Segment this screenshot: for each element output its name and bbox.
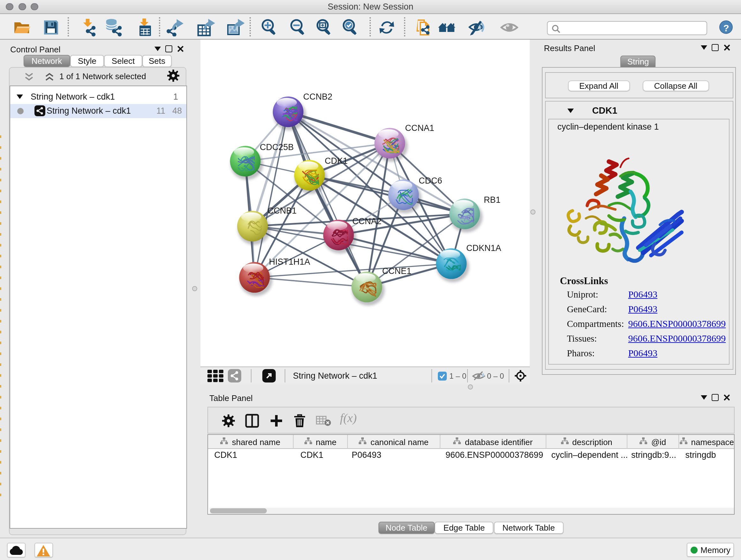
svg-text:CCNB2: CCNB2 — [303, 92, 333, 102]
svg-text:CDC25B: CDC25B — [260, 142, 294, 152]
svg-text:CDKN1A: CDKN1A — [466, 243, 501, 253]
svg-text:CCNE1: CCNE1 — [382, 266, 411, 276]
svg-text:CCNA2: CCNA2 — [352, 216, 382, 226]
svg-text:RB1: RB1 — [484, 195, 501, 205]
svg-text:CCNB1: CCNB1 — [267, 206, 297, 215]
svg-text:CCNA1: CCNA1 — [405, 123, 434, 133]
svg-text:HIST1H1A: HIST1H1A — [269, 257, 310, 266]
svg-text:CDC6: CDC6 — [419, 176, 442, 186]
svg-text:CDK1: CDK1 — [325, 156, 348, 166]
